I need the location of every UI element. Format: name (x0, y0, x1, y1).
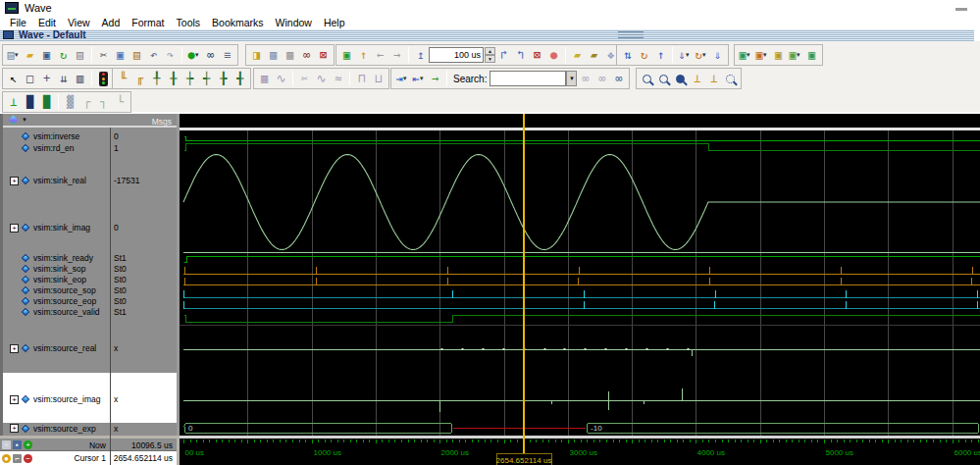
edge4-button[interactable]: ╂ (165, 70, 181, 87)
db2-button[interactable]: ▣▼ (753, 46, 770, 64)
spinner[interactable]: ▲▼ (485, 47, 495, 63)
restart-button[interactable]: ▣ (338, 46, 355, 64)
find-prev-button[interactable]: ∞ (577, 70, 593, 87)
expand-down-button[interactable]: ⇊ (55, 70, 72, 87)
expand-icon[interactable]: + (10, 177, 19, 185)
zoom-range-button[interactable]: ⊥ (705, 70, 722, 87)
compare-button[interactable]: ∞ (298, 46, 315, 64)
signal-row-source_exp[interactable]: +vsim:source_exp (10, 423, 109, 435)
up-cursor-button[interactable]: ↑ (652, 46, 669, 64)
forward-button[interactable]: → (388, 46, 405, 64)
signal-row-sink_imag[interactable]: +vsim:sink_imag (10, 222, 109, 233)
open-folder-button[interactable]: ▰ (22, 46, 38, 64)
cut-button[interactable]: ✂ (95, 46, 112, 64)
swap-cursor-button[interactable]: ↻ (636, 46, 652, 64)
wave-cut-button[interactable]: ✂ (296, 70, 313, 87)
profile-button[interactable]: ▰ (569, 46, 586, 64)
expand-icon[interactable]: + (10, 424, 19, 433)
signal-row-source_real[interactable]: +vsim:source_real (10, 342, 109, 354)
select-button[interactable]: □ (22, 70, 38, 87)
add-icon[interactable]: + (24, 440, 32, 449)
menu-view[interactable]: View (62, 17, 96, 28)
zoom-out-button[interactable] (655, 70, 672, 87)
edge7-button[interactable]: ╊ (215, 70, 232, 87)
columns-button[interactable]: ▥ (72, 70, 88, 87)
cursor-label[interactable]: Cursor 1 (39, 453, 106, 463)
menu-add[interactable]: Add (96, 17, 127, 28)
minimize-icon[interactable] (955, 8, 967, 11)
signal-row-source_imag[interactable]: +vsim:source_imag (10, 393, 109, 405)
continue-button[interactable]: ↰ (512, 46, 529, 64)
menu-file[interactable]: File (4, 17, 32, 28)
find-all-button[interactable]: ∞ (610, 70, 627, 87)
new-file-button[interactable]: ▤▼ (5, 46, 22, 64)
menu-format[interactable]: Format (126, 17, 170, 28)
break-button[interactable]: ● (545, 46, 562, 64)
run-button[interactable]: ↱ (495, 46, 512, 64)
expand-icon[interactable]: + (10, 395, 19, 404)
block3-button[interactable]: ▓ (62, 93, 78, 111)
back-button[interactable]: ← (372, 46, 388, 64)
db5-button[interactable]: ▣ (803, 46, 820, 64)
save-button[interactable]: ▣ (38, 46, 55, 64)
header-caret-icon[interactable]: ▼ (22, 117, 27, 123)
db4-button[interactable]: ▣▼ (787, 46, 803, 64)
last-trans-button[interactable]: ⇓ (709, 46, 726, 64)
search-dropdown-icon[interactable]: ▼ (566, 71, 577, 86)
titlebar-grip[interactable] (618, 31, 644, 39)
goto-button[interactable]: → (427, 70, 443, 87)
menu-bookmarks[interactable]: Bookmarks (206, 17, 270, 28)
edge6-button[interactable]: ┽ (198, 70, 215, 87)
insert-cursor-button[interactable]: ⇅ (619, 46, 636, 64)
run-length-button[interactable]: ↥ (412, 46, 429, 64)
lock-icon[interactable]: ● (2, 454, 11, 463)
connect-button[interactable]: ●▼ (185, 46, 202, 64)
corner3-button[interactable]: └ (112, 93, 129, 111)
wave-b-button[interactable]: ⊔ (370, 70, 387, 87)
expand-icon[interactable]: + (10, 344, 19, 353)
stop-sim-button[interactable] (95, 70, 112, 87)
undo-button[interactable]: ↶ (145, 46, 162, 64)
signal-row-sink_real[interactable]: +vsim:sink_real (10, 175, 109, 186)
wrench-icon[interactable]: ⌐ (13, 454, 22, 463)
pointer-button[interactable]: ↖ (5, 70, 22, 87)
names-values-divider[interactable] (110, 114, 111, 465)
paste-button[interactable]: ▤ (129, 46, 145, 64)
wave-edit-button[interactable]: ∿ (273, 70, 289, 87)
wave-default-titlebar[interactable]: Wave - Default (0, 29, 974, 41)
full-view-button[interactable]: ⊥ (5, 93, 22, 111)
grid-edit-button[interactable]: ▦ (256, 70, 273, 87)
grid-button[interactable]: ▦ (282, 46, 298, 64)
find-next-button[interactable]: ∞ (593, 70, 610, 87)
wave-mode-button[interactable]: ∿ (313, 70, 330, 87)
db1-button[interactable]: ▣▼ (737, 46, 753, 64)
tab-right-button[interactable]: ⇥▼ (393, 70, 410, 87)
delete-grid-button[interactable]: ⊠ (315, 46, 332, 64)
db3-button[interactable]: ▣ (770, 46, 787, 64)
next-trans-button[interactable]: ↻▼ (693, 46, 709, 64)
block1-button[interactable]: █ (22, 93, 38, 111)
monitor-icon[interactable]: ▪ (13, 440, 22, 449)
corner1-button[interactable]: ┌ (78, 93, 95, 111)
print-button[interactable]: ▤ (72, 46, 88, 64)
stop-button[interactable]: ⊠ (529, 46, 545, 64)
expand-icon[interactable]: + (10, 224, 19, 232)
copy-button[interactable]: ▣ (112, 46, 129, 64)
run-up-button[interactable]: ↑ (355, 46, 372, 64)
edge8-button[interactable]: ╉ (232, 70, 248, 87)
signal-row-source_valid[interactable]: vsim:source_valid (10, 306, 109, 318)
run-length-field[interactable] (429, 47, 484, 63)
wave-a-button[interactable]: ⊓ (353, 70, 370, 87)
refresh-button[interactable]: ↻ (55, 46, 72, 64)
wave-canvas[interactable]: 0-1000 us1000 us2000 us3000 us4000 us500… (180, 114, 980, 465)
signal-row-inverse[interactable]: vsim:inverse (10, 130, 109, 142)
move-button[interactable]: + (38, 70, 55, 87)
edit-wave-button[interactable]: ▦ (265, 46, 282, 64)
menu-window[interactable]: Window (270, 17, 318, 28)
menu-edit[interactable]: Edit (32, 17, 62, 28)
edge1-button[interactable]: ╙ (115, 70, 131, 87)
block2-button[interactable]: █ (38, 93, 55, 111)
wave-approx-button[interactable]: ≈ (330, 70, 346, 87)
menu-tools[interactable]: Tools (171, 17, 207, 28)
remove-icon[interactable]: − (24, 454, 32, 463)
